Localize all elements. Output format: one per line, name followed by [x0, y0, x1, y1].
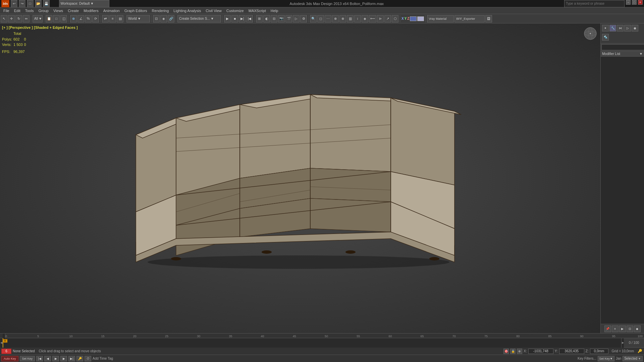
- layer-mgr[interactable]: ▤: [117, 15, 123, 22]
- menu-animation[interactable]: Animation: [101, 8, 122, 13]
- transform-pivot[interactable]: ◈: [160, 15, 167, 22]
- motion-icon[interactable]: ▷: [624, 25, 631, 32]
- snap-icon[interactable]: 🎯: [503, 349, 509, 354]
- menu-modifiers[interactable]: Modifiers: [82, 8, 101, 13]
- frame-input[interactable]: [1, 349, 11, 354]
- tool7[interactable]: ↕: [354, 15, 361, 22]
- transform-type[interactable]: ⊡: [153, 15, 160, 22]
- tool6[interactable]: ▥: [347, 15, 354, 22]
- tool12[interactable]: ⬡: [392, 15, 398, 22]
- color-box2[interactable]: [417, 16, 424, 21]
- menu-customize[interactable]: Customize: [224, 8, 246, 13]
- link-mode[interactable]: 🔗: [168, 15, 174, 22]
- timeline-track[interactable]: 0: [3, 338, 621, 348]
- tool11[interactable]: ↗: [384, 15, 391, 22]
- viewport-wire[interactable]: ⊟: [271, 15, 277, 22]
- mirror[interactable]: ⇄: [102, 15, 109, 22]
- play-btn[interactable]: ▶: [52, 356, 59, 361]
- menu-lighting[interactable]: Lighting Analysis: [171, 8, 203, 13]
- redo-btn[interactable]: ↪: [19, 0, 25, 7]
- selected-dropdown[interactable]: Selected ▼: [623, 356, 643, 361]
- world-dropdown[interactable]: World ▼: [126, 15, 150, 22]
- render-view[interactable]: 🎬: [285, 15, 292, 22]
- y-coord-input[interactable]: [559, 349, 584, 354]
- panel-search-input[interactable]: [601, 44, 644, 50]
- snap-percent[interactable]: %: [85, 15, 92, 22]
- color-box1[interactable]: [410, 16, 417, 21]
- show-stack-icon[interactable]: ≡: [612, 325, 619, 332]
- tool2[interactable]: ◻: [317, 15, 324, 22]
- key-mode-btn[interactable]: 🔑: [76, 356, 83, 361]
- minimize-btn[interactable]: −: [626, 0, 631, 5]
- create-selection-dropdown[interactable]: Create Selection S... ▼: [177, 15, 221, 22]
- go-start-btn[interactable]: |◀: [36, 356, 43, 361]
- select-by-name[interactable]: 📋: [46, 15, 52, 22]
- restore-btn[interactable]: □: [632, 0, 637, 5]
- menu-civil-view[interactable]: Civil View: [204, 8, 223, 13]
- menu-help[interactable]: Help: [269, 8, 280, 13]
- tool3[interactable]: ⋯: [325, 15, 331, 22]
- modifier-list-arrow[interactable]: ▼: [639, 52, 643, 56]
- close-btn[interactable]: ✕: [638, 0, 643, 5]
- x-coord-input[interactable]: [528, 349, 553, 354]
- open-btn[interactable]: 📂: [35, 0, 42, 7]
- tool1[interactable]: 🔍: [310, 15, 317, 22]
- timeline-left-btn[interactable]: ◀: [0, 338, 3, 348]
- scale-tool[interactable]: ⇔: [23, 15, 30, 22]
- show-end-result-icon[interactable]: ⊡: [627, 325, 633, 332]
- menu-maxscript[interactable]: MAXScript: [247, 8, 268, 13]
- snap-angle[interactable]: ∠: [77, 15, 84, 22]
- select-filter[interactable]: All▼: [33, 15, 43, 22]
- rect-select[interactable]: □: [53, 15, 60, 22]
- camera-view[interactable]: 📷: [278, 15, 285, 22]
- set-key-btn[interactable]: Set Key: [20, 356, 35, 361]
- set-key-dropdown[interactable]: Set Key ▼: [598, 356, 614, 361]
- make-unique-icon[interactable]: ◆: [634, 325, 641, 332]
- snap-spinner[interactable]: ⟳: [92, 15, 99, 22]
- save-btn[interactable]: 💾: [43, 0, 50, 7]
- align[interactable]: ≡: [109, 15, 116, 22]
- render-settings[interactable]: ⚙: [300, 15, 307, 22]
- timeline-right-btn[interactable]: ▶: [621, 338, 624, 348]
- menu-views[interactable]: Views: [51, 8, 65, 13]
- quick-render[interactable]: ▷: [293, 15, 300, 22]
- step-back[interactable]: |◀: [246, 15, 253, 22]
- undo-btn[interactable]: ↩: [11, 0, 17, 7]
- snap-3d[interactable]: ⊕: [70, 15, 77, 22]
- menu-edit[interactable]: Edit: [12, 8, 22, 13]
- go-end-btn[interactable]: ▶|: [68, 356, 75, 361]
- nav-cube[interactable]: [584, 27, 597, 40]
- create-icon[interactable]: ✦: [602, 25, 609, 32]
- menu-rendering[interactable]: Rendering: [150, 8, 171, 13]
- modify-icon[interactable]: 🔧: [609, 25, 616, 32]
- menu-create[interactable]: Create: [66, 8, 81, 13]
- filter-icon[interactable]: ⊕: [517, 349, 522, 354]
- viewport-layout[interactable]: ⊞: [256, 15, 263, 22]
- lock-icon[interactable]: 🔒: [510, 349, 516, 354]
- menu-group[interactable]: Group: [36, 8, 51, 13]
- tool5[interactable]: ⊗: [339, 15, 346, 22]
- vray-material[interactable]: Vray Material: [427, 15, 454, 22]
- window-crossing[interactable]: ◫: [60, 15, 67, 22]
- utilities-icon[interactable]: 🔩: [602, 34, 609, 41]
- tool10[interactable]: ⊳: [377, 15, 384, 22]
- render-frame[interactable]: 🖼: [485, 15, 492, 22]
- menu-tools[interactable]: Tools: [23, 8, 36, 13]
- active-shade-icon[interactable]: ▶: [619, 325, 626, 332]
- tool9[interactable]: ⟵: [369, 15, 376, 22]
- hierarchy-icon[interactable]: ⋈: [617, 25, 624, 32]
- viewport-shader[interactable]: ◐: [263, 15, 270, 22]
- next-frame-btn[interactable]: ▶: [60, 356, 67, 361]
- pin-stack-icon[interactable]: 📌: [604, 325, 611, 332]
- step-fwd[interactable]: ▶|: [239, 15, 246, 22]
- play-anim[interactable]: ▶: [224, 15, 231, 22]
- menu-file[interactable]: File: [1, 8, 11, 13]
- move-tool[interactable]: ✛: [8, 15, 15, 22]
- z-coord-input[interactable]: [590, 349, 608, 354]
- select-tool[interactable]: ↖: [1, 15, 7, 22]
- viewport[interactable]: [+ ] [Perspective ] [Shaded + Edged Face…: [0, 23, 600, 333]
- search-box[interactable]: Type a keyword or phrase: [564, 0, 625, 7]
- app-icon[interactable]: 3ds: [1, 0, 9, 7]
- display-icon[interactable]: ◉: [632, 25, 638, 32]
- bff-exporter[interactable]: BFF_Exporter: [454, 15, 485, 22]
